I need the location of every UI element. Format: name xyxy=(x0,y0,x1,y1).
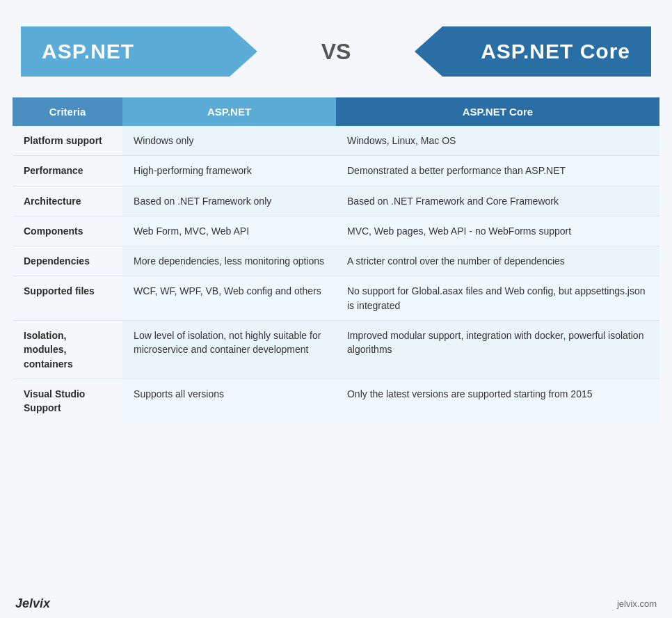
cell-criteria: Performance xyxy=(13,156,122,186)
aspnet-core-arrow-body: ASP.NET Core xyxy=(415,26,651,77)
cell-criteria: Dependencies xyxy=(13,246,122,276)
cell-criteria: Platform support xyxy=(13,126,122,156)
cell-aspnet-core: MVC, Web pages, Web API - no WebForms su… xyxy=(336,216,659,246)
vs-label: VS xyxy=(315,39,357,65)
cell-aspnet-core: Only the latest versions are supported s… xyxy=(336,379,659,422)
cell-aspnet-core: A stricter control over the number of de… xyxy=(336,246,659,276)
table-header: Criteria ASP.NET ASP.NET Core xyxy=(13,97,659,126)
table-body: Platform supportWindows onlyWindows, Lin… xyxy=(13,126,659,423)
aspnet-core-arrow: ASP.NET Core xyxy=(415,26,651,77)
cell-aspnet: More dependencies, less monitoring optio… xyxy=(122,246,336,276)
aspnet-arrow-body: ASP.NET xyxy=(21,26,257,77)
page-wrapper: ASP.NET VS ASP.NET Core Criteria ASP.NET… xyxy=(0,0,672,618)
cell-aspnet: WCF, WF, WPF, VB, Web config and others xyxy=(122,276,336,321)
table-row: ArchitectureBased on .NET Framework only… xyxy=(13,186,659,216)
table-row: Platform supportWindows onlyWindows, Lin… xyxy=(13,126,659,156)
table-row: PerformanceHigh-performing frameworkDemo… xyxy=(13,156,659,186)
comparison-table-container: Criteria ASP.NET ASP.NET Core Platform s… xyxy=(0,97,672,592)
brand-label: Jelvix xyxy=(15,596,50,611)
header-aspnet-core: ASP.NET Core xyxy=(336,97,659,126)
cell-criteria: Isolation, modules, containers xyxy=(13,321,122,379)
footer: Jelvix jelvix.com xyxy=(0,592,672,618)
cell-criteria: Architecture xyxy=(13,186,122,216)
right-arrow-wrap: ASP.NET Core xyxy=(364,26,651,77)
header-row: Criteria ASP.NET ASP.NET Core xyxy=(13,97,659,126)
table-row: Visual Studio SupportSupports all versio… xyxy=(13,379,659,422)
aspnet-arrow: ASP.NET xyxy=(21,26,257,77)
cell-aspnet-core: Improved modular support, integration wi… xyxy=(336,321,659,379)
cell-aspnet-core: Based on .NET Framework and Core Framewo… xyxy=(336,186,659,216)
cell-aspnet-core: Windows, Linux, Mac OS xyxy=(336,126,659,156)
table-row: Supported filesWCF, WF, WPF, VB, Web con… xyxy=(13,276,659,321)
comparison-table: Criteria ASP.NET ASP.NET Core Platform s… xyxy=(13,97,659,423)
cell-aspnet: Windows only xyxy=(122,126,336,156)
cell-criteria: Components xyxy=(13,216,122,246)
cell-criteria: Supported files xyxy=(13,276,122,321)
cell-aspnet: Low level of isolation, not highly suita… xyxy=(122,321,336,379)
footer-url: jelvix.com xyxy=(617,599,657,609)
table-row: Isolation, modules, containersLow level … xyxy=(13,321,659,379)
header: ASP.NET VS ASP.NET Core xyxy=(0,0,672,97)
cell-aspnet: Based on .NET Framework only xyxy=(122,186,336,216)
cell-aspnet: Web Form, MVC, Web API xyxy=(122,216,336,246)
aspnet-core-label: ASP.NET Core xyxy=(481,40,630,63)
cell-criteria: Visual Studio Support xyxy=(13,379,122,422)
cell-aspnet: Supports all versions xyxy=(122,379,336,422)
table-row: ComponentsWeb Form, MVC, Web APIMVC, Web… xyxy=(13,216,659,246)
header-criteria: Criteria xyxy=(13,97,122,126)
cell-aspnet-core: Demonstrated a better performance than A… xyxy=(336,156,659,186)
cell-aspnet: High-performing framework xyxy=(122,156,336,186)
left-arrow-wrap: ASP.NET xyxy=(21,26,308,77)
aspnet-label: ASP.NET xyxy=(42,40,134,63)
table-row: DependenciesMore dependencies, less moni… xyxy=(13,246,659,276)
header-aspnet: ASP.NET xyxy=(122,97,336,126)
cell-aspnet-core: No support for Global.asax files and Web… xyxy=(336,276,659,321)
